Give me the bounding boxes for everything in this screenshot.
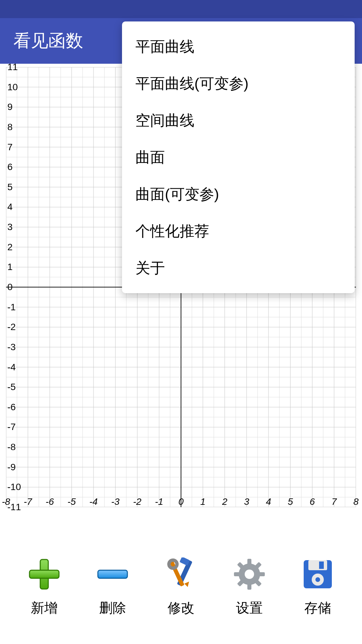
y-tick-label: -7 (7, 422, 16, 432)
svg-rect-92 (259, 572, 265, 576)
x-tick-label: -4 (89, 496, 98, 507)
menu-item-recommend[interactable]: 个性化推荐 (122, 213, 355, 250)
edit-button[interactable]: 修改 (151, 556, 211, 617)
menu-item-space-curve[interactable]: 空间曲线 (122, 102, 355, 139)
y-tick-label: -1 (7, 302, 16, 313)
y-tick-label: -10 (7, 482, 21, 492)
svg-rect-89 (247, 559, 251, 565)
x-tick-label: 8 (353, 496, 359, 507)
x-tick-label: -1 (155, 496, 163, 507)
svg-rect-99 (308, 560, 327, 570)
svg-point-97 (245, 570, 254, 579)
y-tick-label: -8 (7, 442, 16, 452)
delete-label: 删除 (99, 599, 126, 617)
menu-item-label: 空间曲线 (135, 111, 194, 130)
bottom-toolbar: 新增 删除 修改 (0, 513, 362, 644)
y-tick-label: 5 (7, 182, 13, 193)
svg-rect-91 (234, 572, 240, 576)
x-tick-label: -3 (111, 496, 120, 507)
menu-item-label: 平面曲线(可变参) (135, 74, 248, 94)
options-menu: 平面曲线 平面曲线(可变参) 空间曲线 曲面 曲面(可变参) 个性化推荐 关于 (122, 21, 355, 293)
floppy-disk-icon (299, 556, 336, 593)
app-title: 看见函数 (13, 29, 83, 53)
y-tick-label: -9 (7, 462, 16, 473)
plus-icon (26, 556, 63, 593)
menu-item-about[interactable]: 关于 (122, 250, 355, 286)
add-button[interactable]: 新增 (14, 556, 74, 617)
minus-icon (94, 556, 131, 593)
save-label: 存储 (304, 599, 331, 617)
menu-item-label: 曲面 (135, 148, 165, 167)
y-tick-label: 11 (7, 62, 18, 72)
x-tick-label: 0 (178, 496, 184, 507)
y-tick-label: 10 (7, 82, 18, 93)
status-bar (0, 0, 362, 18)
svg-rect-100 (319, 561, 324, 569)
y-tick-label: -4 (7, 362, 16, 373)
settings-button[interactable]: 设置 (219, 556, 280, 617)
y-tick-label: 6 (7, 162, 13, 172)
menu-item-surface-param[interactable]: 曲面(可变参) (122, 176, 355, 213)
x-tick-label: 1 (200, 496, 205, 507)
delete-button[interactable]: 删除 (82, 556, 143, 617)
y-tick-label: -3 (7, 342, 16, 353)
x-tick-label: -8 (2, 496, 10, 507)
y-tick-label: 8 (7, 122, 13, 132)
y-tick-label: 4 (7, 202, 13, 212)
x-tick-label: -6 (46, 496, 54, 507)
svg-point-102 (315, 577, 320, 582)
menu-item-label: 关于 (135, 258, 165, 278)
x-tick-label: 6 (310, 496, 315, 507)
svg-rect-83 (98, 570, 127, 578)
settings-label: 设置 (236, 599, 263, 617)
add-label: 新增 (31, 599, 58, 617)
y-tick-label: -6 (7, 402, 16, 413)
tools-icon (163, 556, 199, 593)
svg-rect-82 (29, 570, 59, 578)
gear-icon (231, 556, 268, 593)
x-tick-label: -2 (133, 496, 141, 507)
y-tick-label: 3 (7, 222, 13, 232)
x-tick-label: -5 (67, 496, 76, 507)
y-tick-label: 1 (7, 262, 13, 272)
menu-item-plane-curve[interactable]: 平面曲线 (122, 28, 355, 65)
menu-item-label: 个性化推荐 (135, 221, 209, 241)
x-tick-label: -7 (24, 496, 32, 507)
edit-label: 修改 (168, 599, 194, 617)
menu-item-surface[interactable]: 曲面 (122, 139, 355, 176)
y-tick-label: 0 (7, 282, 13, 292)
menu-item-plane-curve-param[interactable]: 平面曲线(可变参) (122, 65, 355, 102)
x-tick-label: 7 (331, 496, 337, 507)
svg-rect-90 (247, 584, 251, 590)
menu-item-label: 曲面(可变参) (135, 184, 219, 204)
menu-item-label: 平面曲线 (135, 37, 194, 57)
x-tick-label: 3 (244, 496, 249, 507)
x-tick-label: 5 (288, 496, 293, 507)
x-tick-label: 4 (266, 496, 271, 507)
y-tick-label: 7 (7, 142, 13, 153)
y-tick-label: 2 (7, 242, 13, 253)
save-button[interactable]: 存储 (288, 556, 348, 617)
y-tick-label: -2 (7, 322, 16, 332)
y-tick-label: -5 (7, 382, 16, 392)
x-tick-label: 2 (222, 496, 228, 507)
y-tick-label: 9 (7, 102, 13, 112)
